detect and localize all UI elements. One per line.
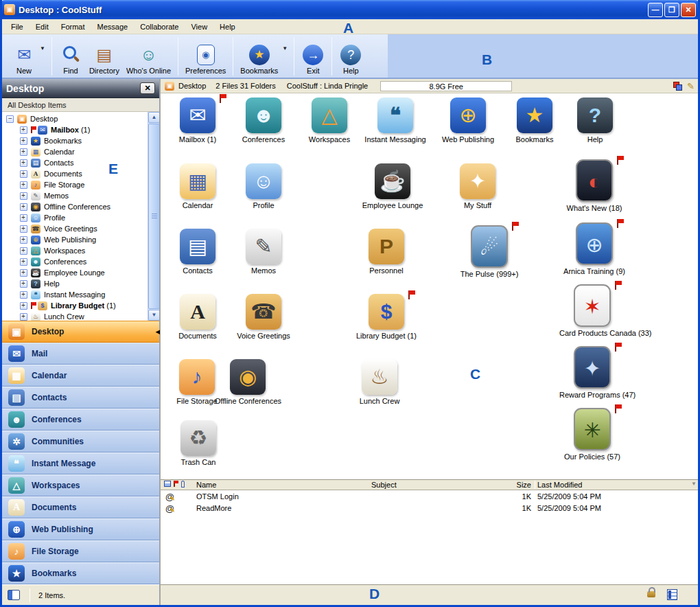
preferences-button[interactable]: ◉ Preferences <box>182 37 229 76</box>
scroll-down-icon[interactable]: ▼ <box>148 310 159 321</box>
expand-icon[interactable] <box>20 126 27 134</box>
bookmarks-dropdown-arrow-icon[interactable]: ▼ <box>282 45 288 51</box>
expand-icon[interactable] <box>20 258 27 266</box>
expand-icon[interactable] <box>20 148 27 156</box>
desktop-icon-offline-conferences[interactable]: ◉ Offline Conferences <box>215 359 281 405</box>
desktop-icon-our-policies[interactable]: ✳ Our Policies (57) <box>559 408 625 461</box>
desktop-icon-documents[interactable]: A Documents <box>165 294 231 340</box>
close-button[interactable]: ✕ <box>681 3 696 17</box>
sidebar-item-conferences[interactable]: ☻ Conferences <box>2 409 159 431</box>
expand-icon[interactable] <box>20 291 27 299</box>
expand-icon[interactable] <box>6 115 14 123</box>
sidebar-item-calendar[interactable]: ▦ Calendar <box>2 365 159 387</box>
desktop-icon-trash-can[interactable]: ♻ Trash Can <box>165 420 231 466</box>
desktop-icon-whats-new[interactable]: ◐ What's New (18) <box>561 159 627 212</box>
desktop-icon-instant-messaging[interactable]: ❝ Instant Messaging <box>362 98 428 144</box>
desktop-icon-calendar[interactable]: ▦ Calendar <box>165 163 231 209</box>
desktop-icon-workspaces[interactable]: △ Workspaces <box>296 98 362 144</box>
sidebar-item-mail[interactable]: ✉ Mail <box>2 343 159 365</box>
desktop-icon-my-stuff[interactable]: ✦ My Stuff <box>445 163 511 209</box>
flag-column-icon[interactable] <box>174 481 175 487</box>
minimize-button[interactable]: — <box>648 3 663 17</box>
sort-menu-icon[interactable]: ▼ <box>691 481 697 487</box>
tree-item-calendar[interactable]: ▦ Calendar <box>2 146 148 157</box>
menu-item-view[interactable]: View <box>185 21 213 33</box>
expand-icon[interactable] <box>20 214 27 222</box>
desktop-icon-employee-lounge[interactable]: ☕ Employee Lounge <box>360 163 425 209</box>
lock-icon[interactable] <box>647 591 655 597</box>
expand-icon[interactable] <box>20 203 27 211</box>
maximize-button[interactable]: ❐ <box>664 3 679 17</box>
column-modified[interactable]: Last Modified <box>537 481 582 489</box>
desktop-icon-arnica-training[interactable]: ⊕ Arnica Training (9) <box>561 222 627 275</box>
expand-icon[interactable] <box>20 247 27 255</box>
attachment-column-icon[interactable] <box>181 481 185 488</box>
help-button[interactable]: ? Help <box>336 37 366 76</box>
sidebar-item-workspaces[interactable]: △ Workspaces <box>2 474 159 496</box>
expand-icon[interactable] <box>20 192 27 200</box>
tree-item-profile[interactable]: ☺ Profile <box>2 212 148 223</box>
sidebar-item-bookmarks[interactable]: ★ Bookmarks <box>2 562 159 584</box>
expand-icon[interactable] <box>20 170 27 178</box>
tree-item-file-storage[interactable]: ♪ File Storage <box>2 179 148 190</box>
tree-item-bookmarks[interactable]: ★ Bookmarks <box>2 135 148 146</box>
whos-online-button[interactable]: ☺ Who's Online <box>123 37 174 76</box>
tree-scrollbar[interactable]: ▲ ▼ <box>148 112 159 321</box>
desktop-icon-web-publishing[interactable]: ⊕ Web Publishing <box>435 98 501 144</box>
tree-item-instant-messaging[interactable]: ❝ Instant Messaging <box>2 289 148 300</box>
desktop-icon-contacts[interactable]: ▤ Contacts <box>165 229 231 275</box>
tree-item-voice-greetings[interactable]: ☎ Voice Greetings <box>2 223 148 234</box>
tree-item-conferences[interactable]: ☻ Conferences <box>2 256 148 267</box>
scroll-up-icon[interactable]: ▲ <box>148 112 159 123</box>
file-row-ReadMore[interactable]: @ ReadMore 1K 5/25/2009 5:04 PM <box>161 503 700 514</box>
sidebar-item-documents[interactable]: A Documents <box>2 496 159 518</box>
scrollbar-thumb[interactable] <box>148 124 159 309</box>
sidebar-item-web-publishing[interactable]: ⊕ Web Publishing <box>2 518 159 540</box>
panel-close-icon[interactable]: ✕ <box>140 82 155 94</box>
menu-item-collaborate[interactable]: Collaborate <box>134 21 185 33</box>
title-bar[interactable]: ▣ Desktop : CoolStuff — ❐ ✕ <box>0 0 700 19</box>
menu-item-file[interactable]: File <box>5 21 30 33</box>
new-dropdown-arrow-icon[interactable]: ▼ <box>40 45 45 51</box>
tree-item-memos[interactable]: ✎ Memos <box>2 190 148 201</box>
sidebar-item-contacts[interactable]: ▤ Contacts <box>2 387 159 409</box>
expand-icon[interactable] <box>20 181 27 189</box>
item-type-column-icon[interactable] <box>164 481 171 487</box>
new-button[interactable]: ✉ New <box>9 37 39 76</box>
tree-item-mailbox[interactable]: ✉ Mailbox (1) <box>2 124 148 135</box>
menu-item-message[interactable]: Message <box>91 21 135 33</box>
layered-windows-icon[interactable] <box>673 82 681 90</box>
pencil-icon[interactable]: ✎ <box>687 81 695 91</box>
desktop-icon-bookmarks[interactable]: ★ Bookmarks <box>502 98 568 144</box>
sidebar-item-communities[interactable]: ✲ Communities <box>2 431 159 453</box>
sidebar-item-file-storage[interactable]: ♪ File Storage <box>2 540 159 562</box>
menu-item-format[interactable]: Format <box>55 21 91 33</box>
desktop-icon-memos[interactable]: ✎ Memos <box>231 229 296 275</box>
expand-icon[interactable] <box>20 302 27 310</box>
desktop-icon-profile[interactable]: ☺ Profile <box>231 163 296 209</box>
expand-icon[interactable] <box>20 225 27 233</box>
bookmarks-button[interactable]: ★ Bookmarks <box>237 37 281 76</box>
file-list-header[interactable]: Name Subject Size Last Modified ▼ <box>161 479 700 490</box>
tree-item-library-budget[interactable]: $ Library Budget (1) <box>2 300 148 311</box>
desktop-icon-personnel[interactable]: P Personnel <box>353 229 419 275</box>
desktop-icon-conferences[interactable]: ☻ Conferences <box>231 98 296 144</box>
exit-button[interactable]: → Exit <box>298 37 328 76</box>
panel-toggle-icon[interactable] <box>8 590 20 600</box>
desktop-icon-mailbox[interactable]: ✉ Mailbox (1) <box>165 98 231 144</box>
tree-item-help[interactable]: ? Help <box>2 278 148 289</box>
column-subject[interactable]: Subject <box>371 481 397 489</box>
expand-icon[interactable] <box>20 236 27 244</box>
find-button[interactable]: Find <box>56 37 86 76</box>
directory-button[interactable]: ▤ Directory <box>86 37 123 76</box>
desktop-icon-voice-greetings[interactable]: ☎ Voice Greetings <box>231 294 296 340</box>
tree-item-lunch-crew[interactable]: ♨ Lunch Crew <box>2 311 148 321</box>
desktop-icon-the-pulse[interactable]: ☄ The Pulse (999+) <box>456 225 522 278</box>
desktop-icon-reward-programs[interactable]: ✦ Reward Programs (47) <box>559 346 625 399</box>
expand-icon[interactable] <box>20 313 27 321</box>
column-name[interactable]: Name <box>196 481 216 489</box>
desktop-icon-help[interactable]: ? Help <box>562 98 628 144</box>
tree-item-workspaces[interactable]: △ Workspaces <box>2 245 148 256</box>
expand-icon[interactable] <box>20 159 27 167</box>
sidebar-item-instant-message[interactable]: ❝ Instant Message <box>2 453 159 474</box>
